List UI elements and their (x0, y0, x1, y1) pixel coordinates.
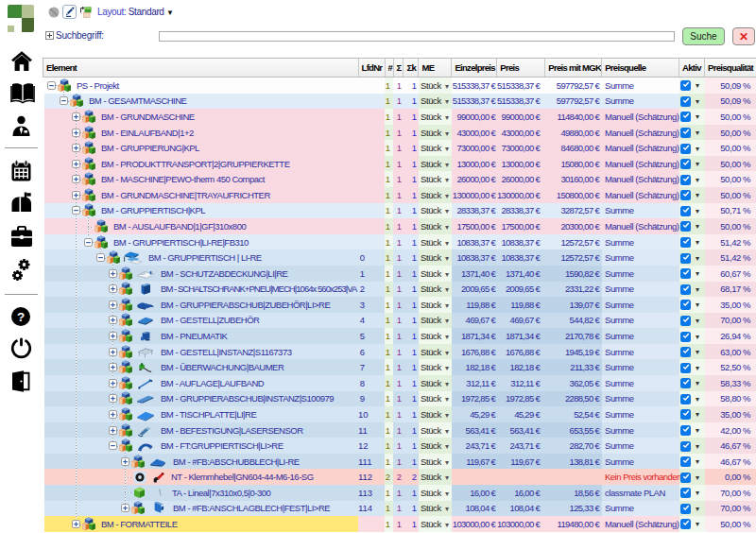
svg-text:?: ? (17, 310, 25, 324)
